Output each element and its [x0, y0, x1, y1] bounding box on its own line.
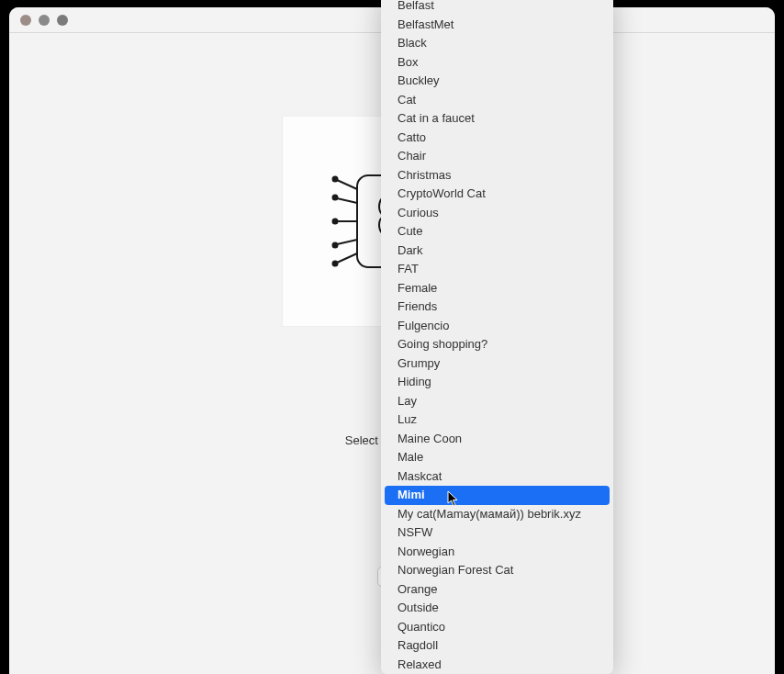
dropdown-item[interactable]: Box	[385, 53, 610, 73]
dropdown-item[interactable]: Dark	[385, 242, 610, 261]
dropdown-item[interactable]: Outside	[385, 599, 610, 618]
dropdown-item[interactable]: Maine Coon	[385, 430, 610, 449]
svg-line-7	[337, 240, 357, 244]
dropdown-item[interactable]: Cat in a faucet	[385, 109, 610, 129]
dropdown-item[interactable]: Maskcat	[385, 467, 610, 487]
dropdown-item[interactable]: Black	[385, 34, 610, 53]
dropdown-item[interactable]: Lay	[385, 392, 610, 411]
svg-point-4	[333, 196, 338, 200]
dropdown-item[interactable]: Ragdoll	[385, 636, 610, 656]
dropdown-item[interactable]: CryptoWorld Cat	[385, 185, 610, 204]
close-window-button[interactable]	[20, 15, 31, 26]
svg-line-9	[337, 253, 357, 263]
dropdown-item[interactable]: Relaxed	[385, 656, 610, 675]
dropdown-item[interactable]: Male	[385, 448, 610, 467]
dropdown-item[interactable]: Norwegian	[385, 543, 610, 562]
dropdown-item[interactable]: Cute	[385, 222, 610, 242]
dropdown-item[interactable]: Chair	[385, 147, 610, 166]
dropdown-item[interactable]: Catto	[385, 129, 610, 148]
dropdown-item[interactable]: FAT	[385, 260, 610, 279]
dropdown-item[interactable]: Quantico	[385, 618, 610, 637]
dropdown-item[interactable]: NSFW	[385, 523, 610, 543]
svg-point-10	[333, 262, 338, 266]
svg-line-1	[337, 180, 357, 189]
dropdown-item[interactable]: Female	[385, 279, 610, 298]
dropdown-item[interactable]: BelfastMet	[385, 16, 610, 35]
dropdown-item[interactable]: Buckley	[385, 72, 610, 91]
svg-point-8	[333, 243, 338, 248]
svg-line-3	[337, 198, 357, 203]
dropdown-item[interactable]: Luz	[385, 410, 610, 430]
svg-point-2	[333, 177, 338, 182]
dropdown-item[interactable]: Belfast	[385, 0, 610, 16]
maximize-window-button[interactable]	[57, 15, 68, 26]
dropdown-item[interactable]: Norwegian Forest Cat	[385, 561, 610, 580]
dropdown-item[interactable]: Mimi	[385, 486, 610, 505]
traffic-lights	[9, 15, 68, 26]
minimize-window-button[interactable]	[39, 15, 50, 26]
dropdown-item[interactable]: Cat	[385, 91, 610, 110]
dropdown-item[interactable]: Fulgencio	[385, 317, 610, 336]
dropdown-item[interactable]: Going shopping?	[385, 335, 610, 354]
dropdown-item[interactable]: Christmas	[385, 166, 610, 185]
dropdown-item[interactable]: Hiding	[385, 373, 610, 392]
dropdown-item[interactable]: Grumpy	[385, 354, 610, 374]
dropdown-item[interactable]: Orange	[385, 580, 610, 600]
tag-dropdown-menu[interactable]: BelfastBelfastMetBlackBoxBuckleyCatCat i…	[381, 0, 613, 674]
dropdown-item[interactable]: Curious	[385, 204, 610, 223]
svg-point-6	[333, 219, 338, 224]
dropdown-item[interactable]: My cat(Mamay(мамай)) bebrik.xyz	[385, 505, 610, 524]
dropdown-item[interactable]: Friends	[385, 298, 610, 317]
